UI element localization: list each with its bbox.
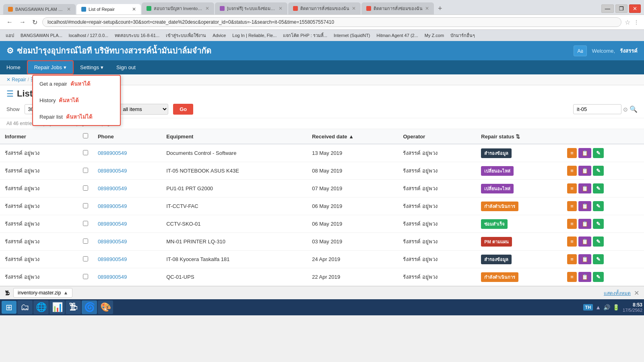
row5-checkbox-cell[interactable] <box>78 215 93 233</box>
row6-edit-btn[interactable]: 📋 <box>578 237 591 247</box>
bookmark-10[interactable]: My Z.com <box>422 32 446 39</box>
bookmark-3[interactable]: ทดสอบระบบ 16-8-61... <box>112 31 162 40</box>
repair-status-select[interactable]: all items สำรองข้อมูล เปลี่ยนอะไหล่ กำลั… <box>118 104 168 115</box>
row3-checkbox-cell[interactable] <box>78 180 93 197</box>
row4-pencil-btn[interactable]: ✎ <box>593 201 604 211</box>
breadcrumb-repair[interactable]: ✕ Repair <box>6 77 26 82</box>
tab2-close[interactable]: ✕ <box>132 6 136 12</box>
row6-checkbox-cell[interactable] <box>78 233 93 251</box>
row4-phone[interactable]: 0898900549 <box>93 197 161 215</box>
row4-view-btn[interactable]: ≡ <box>567 201 577 211</box>
close-button[interactable]: ✕ <box>629 4 641 13</box>
bookmark-8[interactable]: Internet (SquidNT) <box>331 32 372 39</box>
taskbar-spreadsheet[interactable]: 📊 <box>50 300 65 314</box>
address-input[interactable] <box>42 17 621 27</box>
col-checkbox[interactable] <box>78 129 93 144</box>
bookmark-more[interactable]: บักมาร์กอื่นๆ <box>448 31 477 40</box>
start-button[interactable]: ⊞ <box>2 301 17 314</box>
row4-edit-btn[interactable]: 📋 <box>578 201 591 211</box>
go-button[interactable]: Go <box>173 104 193 115</box>
bookmark-7[interactable]: แจกโค้ด PHP : รวมลิ้... <box>281 31 330 40</box>
row6-phone[interactable]: 0898900549 <box>93 233 161 251</box>
row2-edit-btn[interactable]: 📋 <box>578 166 591 176</box>
extensions-button[interactable]: ⋮ <box>634 19 639 25</box>
bookmark-6[interactable]: Log In | Reliable, Fle... <box>230 32 279 39</box>
bookmark-5[interactable]: Advice <box>210 32 228 39</box>
restore-button[interactable]: ❐ <box>615 4 627 13</box>
taskbar-browser[interactable]: 🌐 <box>33 300 49 314</box>
tab-2[interactable]: List of Repair ✕ <box>76 4 141 14</box>
row3-checkbox[interactable] <box>83 185 88 191</box>
row1-phone[interactable]: 0898900549 <box>93 144 161 162</box>
new-tab-button[interactable]: + <box>435 3 446 14</box>
bookmark-2[interactable]: localhost / 127.0.0... <box>66 32 111 39</box>
search-input[interactable] <box>573 104 621 114</box>
search-clear-button[interactable]: ⊙ <box>623 106 628 113</box>
tab-1[interactable]: BANGSAWAN PLAM OIL| Log in ✕ <box>3 4 76 14</box>
row2-pencil-btn[interactable]: ✎ <box>593 166 604 176</box>
row8-edit-btn[interactable]: 📋 <box>578 272 591 282</box>
row7-edit-btn[interactable]: 📋 <box>578 254 591 264</box>
row5-checkbox[interactable] <box>83 221 88 226</box>
row2-phone[interactable]: 0898900549 <box>93 162 161 180</box>
menu-settings[interactable]: Settings ▾ <box>74 60 110 74</box>
taskbar-archive[interactable]: 🗜 <box>66 300 81 314</box>
tab-3[interactable]: สอบถามปัญหา Inventory เรื่องการ... ✕ <box>142 2 214 14</box>
show-all-downloads-button[interactable]: แสดงทั้งหมด <box>604 289 631 297</box>
row8-checkbox-cell[interactable] <box>78 268 93 286</box>
search-go-button[interactable]: 🔍 <box>630 105 638 113</box>
row1-checkbox-cell[interactable] <box>78 144 93 162</box>
row5-view-btn[interactable]: ≡ <box>567 219 577 229</box>
menu-repair-jobs[interactable]: Repair Jobs ▾ <box>27 60 74 74</box>
bookmark-1[interactable]: BANGSAWAN PLA... <box>18 32 65 39</box>
col-received-date[interactable]: Received date ▲ <box>307 129 398 144</box>
row3-pencil-btn[interactable]: ✎ <box>593 183 604 193</box>
tab5-close[interactable]: ✕ <box>352 6 356 11</box>
bookmark-4[interactable]: เข้าสู่ระบบเพื่อใช้งาน <box>163 31 208 40</box>
refresh-button[interactable]: ↻ <box>31 18 39 27</box>
row7-checkbox-cell[interactable] <box>78 251 93 268</box>
bookmark-9[interactable]: Hitman Agent 47 (2... <box>374 32 421 39</box>
row5-edit-btn[interactable]: 📋 <box>578 219 591 229</box>
row4-checkbox-cell[interactable] <box>78 197 93 215</box>
row1-view-btn[interactable]: ≡ <box>567 148 577 158</box>
row8-view-btn[interactable]: ≡ <box>567 272 577 282</box>
dropdown-history[interactable]: History ค้นหาได้ <box>33 92 120 109</box>
lang-button[interactable]: Aอ <box>574 45 587 56</box>
select-all-checkbox[interactable] <box>83 133 88 138</box>
taskbar-paint[interactable]: 🎨 <box>98 300 113 314</box>
menu-sign-out[interactable]: Sign out <box>110 60 142 74</box>
row8-pencil-btn[interactable]: ✎ <box>593 272 604 282</box>
tab-6[interactable]: ติดตามการสั่งซ่อมของฉัน ✕ <box>361 2 434 14</box>
row3-phone[interactable]: 0898900549 <box>93 180 161 197</box>
tab-5[interactable]: ติดตามการสั่งซ่อมของฉัน ✕ <box>288 2 361 14</box>
row7-pencil-btn[interactable]: ✎ <box>593 254 604 264</box>
row6-pencil-btn[interactable]: ✎ <box>593 237 604 247</box>
forward-button[interactable]: → <box>18 18 27 27</box>
apps-bookmark[interactable]: แอป <box>3 31 17 40</box>
taskbar-file-explorer[interactable]: 🗂 <box>17 300 33 314</box>
row2-checkbox-cell[interactable] <box>78 162 93 180</box>
taskbar-chrome[interactable]: 🌀 <box>82 300 97 314</box>
dismiss-download-bar-button[interactable]: ✕ <box>634 289 639 297</box>
bookmark-star-button[interactable]: ☆ <box>625 19 630 26</box>
row6-checkbox[interactable] <box>83 239 88 244</box>
row5-pencil-btn[interactable]: ✎ <box>593 219 604 229</box>
download-chevron-icon[interactable]: ▲ <box>63 290 68 296</box>
row7-phone[interactable]: 0898900549 <box>93 251 161 268</box>
tab1-close[interactable]: ✕ <box>67 6 71 12</box>
row8-checkbox[interactable] <box>83 274 88 279</box>
minimize-button[interactable]: — <box>601 4 614 13</box>
row1-edit-btn[interactable]: 📋 <box>578 148 591 158</box>
col-informer[interactable]: Informer <box>0 129 78 144</box>
row1-checkbox[interactable] <box>83 150 88 155</box>
tab3-close[interactable]: ✕ <box>205 6 209 11</box>
tab6-close[interactable]: ✕ <box>425 6 429 11</box>
menu-home[interactable]: Home <box>0 60 27 74</box>
row5-phone[interactable]: 0898900549 <box>93 215 161 233</box>
row3-edit-btn[interactable]: 📋 <box>578 183 591 193</box>
row4-checkbox[interactable] <box>83 203 88 208</box>
row6-view-btn[interactable]: ≡ <box>567 237 577 247</box>
dropdown-repair-list[interactable]: Repair list ค้นหาไม่ได้ <box>33 109 120 125</box>
tab4-close[interactable]: ✕ <box>279 6 283 11</box>
